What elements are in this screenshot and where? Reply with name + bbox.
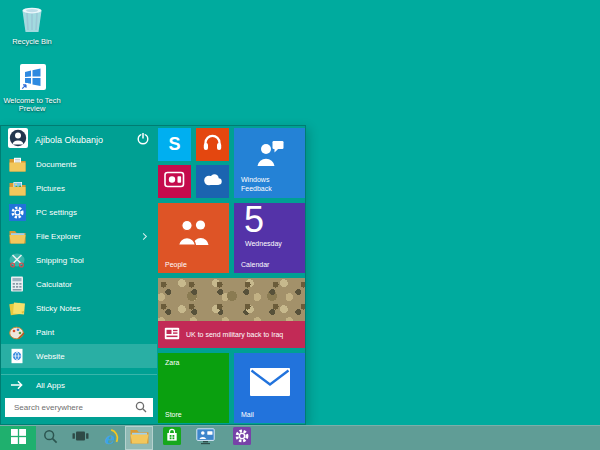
video-camera-icon xyxy=(164,171,185,192)
paint-palette-icon xyxy=(8,325,26,340)
desktop: Recycle Bin Welcome to Tech Preview xyxy=(0,0,600,450)
newspaper-icon xyxy=(164,326,180,344)
start-menu-item-pc-settings[interactable]: PC settings xyxy=(1,200,157,224)
search-icon xyxy=(43,429,58,448)
chevron-right-icon xyxy=(140,232,147,239)
user-avatar xyxy=(8,128,28,152)
calendar-weekday: Wednesday xyxy=(245,240,282,247)
folder-icon xyxy=(130,428,149,448)
tile-mail[interactable]: Mail xyxy=(234,353,305,423)
start-menu-item-website[interactable]: Website xyxy=(1,344,157,368)
user-name: Ajibola Okubanjo xyxy=(35,135,129,145)
menu-item-label: Calculator xyxy=(36,280,72,289)
start-menu-item-snipping-tool[interactable]: Snipping Tool xyxy=(1,248,157,272)
tile-people[interactable]: People xyxy=(158,203,229,273)
search-icon[interactable] xyxy=(135,399,147,417)
menu-item-label: File Explorer xyxy=(36,232,81,241)
pictures-folder-icon xyxy=(8,181,26,196)
store-button[interactable] xyxy=(158,426,186,450)
menu-item-label: PC settings xyxy=(36,208,77,217)
tile-label: Windows Feedback xyxy=(241,176,291,193)
tile-store[interactable]: Zara Store xyxy=(158,353,229,423)
tile-label: Calendar xyxy=(241,261,269,268)
desktop-icon-recycle-bin[interactable]: Recycle Bin xyxy=(0,2,64,46)
documents-folder-icon xyxy=(8,157,26,172)
feedback-monitor-icon xyxy=(196,428,215,449)
menu-item-label: Snipping Tool xyxy=(36,256,84,265)
store-featured-app: Zara xyxy=(165,359,179,366)
start-menu-item-file-explorer[interactable]: File Explorer xyxy=(1,224,157,248)
search-input[interactable] xyxy=(5,398,135,417)
tile-onedrive[interactable] xyxy=(196,165,229,198)
taskbar-search-button[interactable] xyxy=(36,426,64,450)
menu-item-label: Documents xyxy=(36,160,76,169)
sticky-note-icon xyxy=(8,301,26,316)
scissors-icon xyxy=(8,253,26,268)
windows-feedback-button[interactable] xyxy=(191,426,219,450)
recycle-bin-icon xyxy=(15,2,49,37)
menu-item-label: Website xyxy=(36,352,65,361)
website-page-icon xyxy=(8,348,26,364)
tile-skype[interactable]: S xyxy=(158,128,191,161)
power-icon[interactable] xyxy=(136,131,150,149)
gear-icon xyxy=(8,204,26,221)
start-menu-item-documents[interactable]: Documents xyxy=(1,152,157,176)
start-menu-left-column: Ajibola Okubanjo xyxy=(1,126,157,424)
tile-news[interactable]: UK to send military back to Iraq xyxy=(158,278,305,348)
task-view-icon xyxy=(72,429,89,447)
menu-item-label: Pictures xyxy=(36,184,65,193)
arrow-right-icon xyxy=(8,379,26,391)
people-icon xyxy=(175,217,213,260)
tile-video[interactable] xyxy=(158,165,191,198)
cloud-icon xyxy=(201,172,224,191)
windows-shortcut-icon xyxy=(17,62,48,96)
start-menu: Ajibola Okubanjo xyxy=(0,125,306,425)
tile-label: Store xyxy=(165,411,182,418)
file-explorer-button[interactable] xyxy=(125,426,153,450)
desktop-icon-label: Recycle Bin xyxy=(12,38,52,47)
news-banner: UK to send military back to Iraq xyxy=(158,321,305,348)
tile-label: People xyxy=(165,261,187,268)
internet-explorer-button[interactable]: e xyxy=(95,426,123,450)
taskbar: e xyxy=(0,425,600,450)
calendar-day: 5 xyxy=(244,203,264,241)
tile-calendar[interactable]: 5 Wednesday Calendar xyxy=(234,203,305,273)
headphones-icon xyxy=(202,133,223,156)
ie-orbit-ring xyxy=(99,428,119,448)
tile-music[interactable] xyxy=(196,128,229,161)
envelope-icon xyxy=(250,368,290,408)
calculator-icon xyxy=(8,276,26,292)
settings-button[interactable] xyxy=(228,426,256,450)
all-apps-button[interactable]: All Apps xyxy=(1,374,157,395)
start-menu-item-sticky-notes[interactable]: Sticky Notes xyxy=(1,296,157,320)
desktop-icon-welcome-tech-preview[interactable]: Welcome to Tech Preview xyxy=(0,62,64,114)
user-row[interactable]: Ajibola Okubanjo xyxy=(1,128,157,152)
store-bag-icon xyxy=(163,427,181,449)
task-view-button[interactable] xyxy=(66,426,94,450)
menu-item-label: Paint xyxy=(36,328,54,337)
menu-item-label: Sticky Notes xyxy=(36,304,80,313)
gear-icon xyxy=(233,427,251,449)
start-menu-item-pictures[interactable]: Pictures xyxy=(1,176,157,200)
start-button[interactable] xyxy=(0,426,36,450)
news-headline: UK to send military back to Iraq xyxy=(186,330,296,339)
start-tiles-grid: S xyxy=(158,128,305,423)
all-apps-label: All Apps xyxy=(36,381,65,390)
tile-windows-feedback[interactable]: Windows Feedback xyxy=(234,128,305,198)
tile-label: Mail xyxy=(241,411,254,418)
start-menu-item-calculator[interactable]: Calculator xyxy=(1,272,157,296)
folder-icon xyxy=(8,229,26,244)
skype-icon: S xyxy=(168,134,180,155)
desktop-icon-label: Welcome to Tech Preview xyxy=(3,97,61,114)
windows-logo-icon xyxy=(11,429,26,448)
search-box xyxy=(5,398,153,417)
start-menu-item-paint[interactable]: Paint xyxy=(1,320,157,344)
